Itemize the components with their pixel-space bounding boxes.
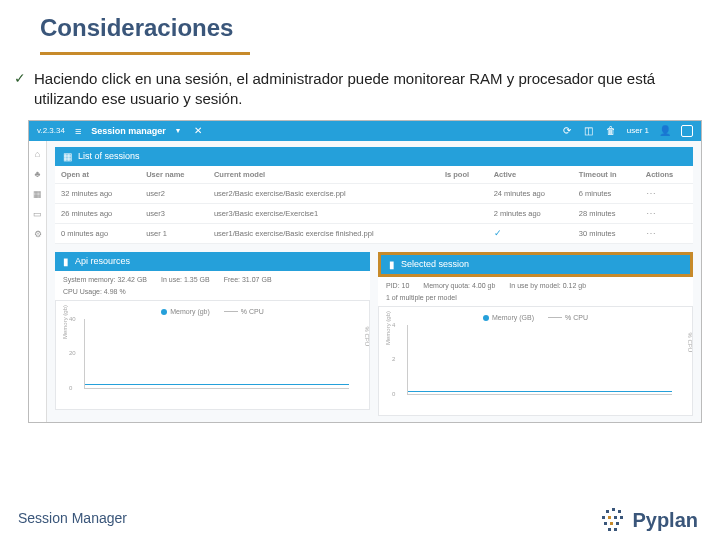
cell-open: 0 minutes ago [55,223,140,243]
col-user[interactable]: User name [140,166,208,184]
cell-user: user 1 [140,223,208,243]
col-active[interactable]: Active [488,166,573,184]
stat-sysmem: System memory: 32.42 GB [63,276,147,283]
stat-inuse: In use: 1.35 GB [161,276,210,283]
actions-menu-icon[interactable]: ⋯ [646,208,657,219]
api-panel-header: ▮ Api resources [55,252,370,271]
ylabel-left: Memory (gb) [62,305,68,339]
series-line [408,391,672,392]
api-stats: System memory: 32.42 GB In use: 1.35 GB … [55,271,370,288]
sessions-table: Open at User name Current model Is pool … [55,166,693,244]
pyplan-logo: Pyplan [602,508,698,532]
list-panel-header: ▦ List of sessions [55,147,693,166]
sidebar-tree-icon[interactable]: ♣ [35,169,41,179]
cell-timeout: 28 minutes [573,203,640,223]
stat-cpu: CPU Usage: 4.98 % [63,288,126,295]
chart-icon: ▮ [389,259,395,270]
legend-cpu2: % CPU [548,314,588,321]
stat-free: Free: 31.07 GB [224,276,272,283]
ytick: 0 [392,391,395,397]
selected-stats: PID: 10 Memory quota: 4.00 gb In use by … [378,277,693,294]
gear-icon[interactable] [681,125,693,137]
cell-pool [439,223,488,243]
chevron-down-icon[interactable]: ▾ [176,126,180,135]
cell-model: user3/Basic exercise/Exercise1 [208,203,439,223]
table-row[interactable]: 26 minutes ago user3 user3/Basic exercis… [55,203,693,223]
stat-pid: PID: 10 [386,282,409,289]
col-actions[interactable]: Actions [640,166,693,184]
cell-actions[interactable]: ⋯ [640,223,693,243]
bullet-row: ✓ Haciendo click en una sesión, el admin… [0,65,720,120]
table-row[interactable]: 0 minutes ago user 1 user1/Basic exercis… [55,223,693,243]
sidebar-gear-icon[interactable]: ⚙ [34,229,42,239]
cell-actions[interactable]: ⋯ [640,203,693,223]
cube-icon[interactable]: ◫ [583,125,595,137]
title-underline [40,52,250,55]
ytick: 4 [392,322,395,328]
logo-text: Pyplan [632,509,698,532]
menu-icon[interactable]: ≡ [75,125,81,137]
ytick: 0 [69,385,72,391]
col-model[interactable]: Current model [208,166,439,184]
api-panel-title: Api resources [75,256,130,266]
stat-quota: Memory quota: 4.00 gb [423,282,495,289]
api-legend: Memory (gb) % CPU [62,305,363,319]
selected-chart: Memory (GB) % CPU Memory (gb) % CPU 4 2 … [378,306,693,416]
cell-active: 2 minutes ago [488,203,573,223]
cell-open: 26 minutes ago [55,203,140,223]
cell-model: user2/Basic exercise/Basic exercise.ppl [208,183,439,203]
sidebar-display-icon[interactable]: ▭ [33,209,42,219]
selected-stats2: 1 of multiple per model [378,294,693,306]
legend-cpu: % CPU [224,308,264,315]
cell-timeout: 6 minutes [573,183,640,203]
version-label: v.2.3.34 [37,126,65,135]
user-icon[interactable]: 👤 [659,125,671,137]
sidebar-home-icon[interactable]: ⌂ [35,149,40,159]
user-label: user 1 [627,126,649,135]
cell-pool [439,183,488,203]
selected-panel-title: Selected session [401,259,469,269]
cell-pool [439,203,488,223]
trash-icon[interactable]: 🗑 [605,125,617,137]
bullet-text: Haciendo click en una sesión, el adminis… [34,69,696,110]
api-stats2: CPU Usage: 4.98 % [55,288,370,300]
screenshot-panel: v.2.3.34 ≡ Session manager ▾ ✕ ⟳ ◫ 🗑 use… [28,120,702,423]
cell-model: user1/Basic exercise/Basic exercise fini… [208,223,439,243]
checkmark-icon: ✓ [14,69,26,87]
ytick: 20 [69,350,76,356]
legend-mem: Memory (gb) [161,308,210,315]
sidebar-grid-icon[interactable]: ▦ [33,189,42,199]
selected-panel-header: ▮ Selected session [378,252,693,277]
ylabel-right: % CPU [364,327,370,347]
refresh-icon[interactable]: ⟳ [561,125,573,137]
app-topbar: v.2.3.34 ≡ Session manager ▾ ✕ ⟳ ◫ 🗑 use… [29,121,701,141]
cell-actions[interactable]: ⋯ [640,183,693,203]
ytick: 40 [69,316,76,322]
left-sidebar: ⌂ ♣ ▦ ▭ ⚙ [29,141,47,422]
api-chart: Memory (gb) % CPU Memory (gb) % CPU 40 2… [55,300,370,410]
slide-title: Consideraciones [0,0,720,46]
actions-menu-icon[interactable]: ⋯ [646,188,657,199]
col-timeout[interactable]: Timeout in [573,166,640,184]
logo-mark-icon [602,508,626,532]
page-title: Session manager [91,126,166,136]
stat-detail: 1 of multiple per model [386,294,457,301]
table-row[interactable]: 32 minutes ago user2 user2/Basic exercis… [55,183,693,203]
cell-active-check: ✓ [488,223,573,243]
actions-menu-icon[interactable]: ⋯ [646,228,657,239]
ylabel-left: Memory (gb) [385,311,391,345]
col-open[interactable]: Open at [55,166,140,184]
footer-label: Session Manager [18,510,127,526]
api-plot: Memory (gb) % CPU 40 20 0 [84,319,349,389]
col-pool[interactable]: Is pool [439,166,488,184]
close-tab-icon[interactable]: ✕ [194,125,202,136]
cell-user: user3 [140,203,208,223]
cell-user: user2 [140,183,208,203]
series-line [85,384,349,385]
cell-active: 24 minutes ago [488,183,573,203]
ytick: 2 [392,356,395,362]
table-header-row: Open at User name Current model Is pool … [55,166,693,184]
selected-plot: Memory (gb) % CPU 4 2 0 [407,325,672,395]
list-panel-title: List of sessions [78,151,140,161]
chart-icon: ▮ [63,256,69,267]
